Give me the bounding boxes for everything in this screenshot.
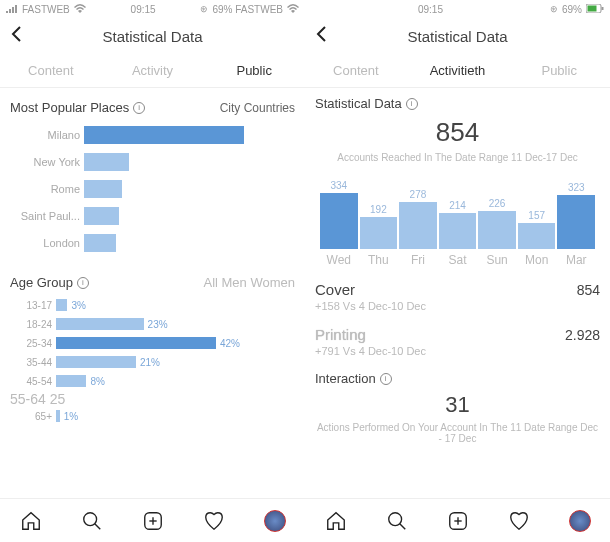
header: Statistical Data bbox=[0, 18, 305, 54]
chart-row: Saint Paul... bbox=[10, 204, 295, 228]
chart-value: 192 bbox=[370, 204, 387, 215]
profile-avatar[interactable] bbox=[569, 510, 591, 532]
chart-value: 334 bbox=[330, 180, 347, 191]
chart-bar bbox=[478, 211, 516, 249]
info-icon[interactable]: i bbox=[77, 277, 89, 289]
age-chart: 13-173%18-2423%25-3442%35-4421%45-548%55… bbox=[10, 296, 295, 425]
printing-value: 2.928 bbox=[565, 327, 600, 343]
chart-bar bbox=[56, 337, 216, 349]
places-title: Most Popular Places i bbox=[10, 100, 145, 115]
tab-content[interactable]: Content bbox=[0, 54, 102, 87]
svg-rect-0 bbox=[6, 11, 8, 13]
chart-label: London bbox=[10, 237, 84, 249]
back-button[interactable] bbox=[10, 25, 22, 48]
tabs: Content Activity Public bbox=[0, 54, 305, 88]
tab-public[interactable]: Public bbox=[203, 54, 305, 87]
chart-col: 226 bbox=[478, 173, 516, 249]
tabs: Content Activitieth Public bbox=[305, 54, 610, 88]
battery-label: 69% bbox=[562, 4, 582, 15]
info-icon[interactable]: i bbox=[380, 373, 392, 385]
reach-caption: Accounts Reached In The Date Range 11 De… bbox=[315, 152, 600, 163]
wifi-icon bbox=[74, 4, 86, 15]
svg-point-4 bbox=[83, 512, 96, 525]
chart-label: New York bbox=[10, 156, 84, 168]
chart-row: 18-2423% bbox=[10, 315, 295, 333]
page-title: Statistical Data bbox=[102, 28, 202, 45]
chart-col: 278 bbox=[399, 173, 437, 249]
interaction-number: 31 bbox=[315, 392, 600, 418]
chart-row: 45-548% bbox=[10, 372, 295, 390]
heart-icon[interactable] bbox=[508, 510, 530, 532]
chart-row: 25-3442% bbox=[10, 334, 295, 352]
svg-rect-2 bbox=[12, 7, 14, 13]
places-chart: MilanoNew YorkRomeSaint Paul...London bbox=[10, 123, 295, 255]
interaction-caption: Actions Performed On Your Account In The… bbox=[315, 422, 600, 444]
tab-activity[interactable]: Activity bbox=[102, 54, 204, 87]
svg-line-13 bbox=[399, 523, 405, 529]
chart-bar bbox=[84, 207, 119, 225]
add-icon[interactable] bbox=[447, 510, 469, 532]
chart-bar bbox=[360, 217, 398, 249]
chart-value: 157 bbox=[528, 210, 545, 221]
profile-avatar[interactable] bbox=[264, 510, 286, 532]
places-subtabs[interactable]: City Countries bbox=[220, 101, 295, 115]
chart-col: 192 bbox=[360, 173, 398, 249]
chart-label: Rome bbox=[10, 183, 84, 195]
age-title: Age Group i bbox=[10, 275, 89, 290]
chart-value: 42% bbox=[220, 338, 240, 349]
info-icon[interactable]: i bbox=[133, 102, 145, 114]
chart-label: Fri bbox=[398, 253, 438, 267]
chart-bar bbox=[557, 195, 595, 249]
chart-bar bbox=[439, 213, 477, 249]
left-panel: FASTWEB 09:15 ⊛ 69% FASTWEB Statistical … bbox=[0, 0, 305, 542]
chart-label: 35-44 bbox=[10, 357, 56, 368]
battery-label: 69% FASTWEB bbox=[212, 4, 283, 15]
signal-icon bbox=[6, 4, 18, 15]
time-label: 09:15 bbox=[418, 4, 443, 15]
chart-col: 157 bbox=[518, 173, 556, 249]
svg-point-12 bbox=[388, 512, 401, 525]
chart-label: Mar bbox=[556, 253, 596, 267]
chart-row: 65+1% bbox=[10, 407, 295, 425]
cover-value: 854 bbox=[577, 282, 600, 298]
tab-activity[interactable]: Activitieth bbox=[407, 54, 509, 87]
chart-row: 13-173% bbox=[10, 296, 295, 314]
cover-label: Cover bbox=[315, 281, 355, 298]
chart-bar bbox=[56, 299, 67, 311]
search-icon[interactable] bbox=[81, 510, 103, 532]
chart-value: 323 bbox=[568, 182, 585, 193]
reach-chart-labels: WedThuFriSatSunMonMar bbox=[319, 253, 596, 267]
chart-label: Sat bbox=[438, 253, 478, 267]
heart-icon[interactable] bbox=[203, 510, 225, 532]
svg-rect-10 bbox=[587, 5, 596, 11]
chart-value: 226 bbox=[489, 198, 506, 209]
svg-rect-3 bbox=[15, 5, 17, 13]
search-icon[interactable] bbox=[386, 510, 408, 532]
chart-bar bbox=[56, 410, 60, 422]
info-icon[interactable]: i bbox=[406, 98, 418, 110]
add-icon[interactable] bbox=[142, 510, 164, 532]
chart-label: Sun bbox=[477, 253, 517, 267]
tab-public[interactable]: Public bbox=[508, 54, 610, 87]
content-area: Statistical Data i 854 Accounts Reached … bbox=[305, 88, 610, 498]
age-toggles[interactable]: All Men Women bbox=[203, 275, 295, 290]
home-icon[interactable] bbox=[20, 510, 42, 532]
tab-content[interactable]: Content bbox=[305, 54, 407, 87]
chart-value: 23% bbox=[148, 319, 168, 330]
chart-label: 45-54 bbox=[10, 376, 56, 387]
reach-chart: 334192278214226157323 bbox=[319, 173, 596, 249]
carrier-label: FASTWEB bbox=[22, 4, 70, 15]
bottom-nav bbox=[305, 498, 610, 542]
home-icon[interactable] bbox=[325, 510, 347, 532]
svg-rect-1 bbox=[9, 9, 11, 13]
chart-label: Mon bbox=[517, 253, 557, 267]
chart-label: Saint Paul... bbox=[10, 210, 84, 222]
page-title: Statistical Data bbox=[407, 28, 507, 45]
chart-label: Wed bbox=[319, 253, 359, 267]
content-area: Most Popular Places i City Countries Mil… bbox=[0, 88, 305, 498]
chart-label: Thu bbox=[359, 253, 399, 267]
time-label: 09:15 bbox=[131, 4, 156, 15]
back-button[interactable] bbox=[315, 25, 327, 48]
chart-bar bbox=[518, 223, 556, 249]
chart-row: Rome bbox=[10, 177, 295, 201]
